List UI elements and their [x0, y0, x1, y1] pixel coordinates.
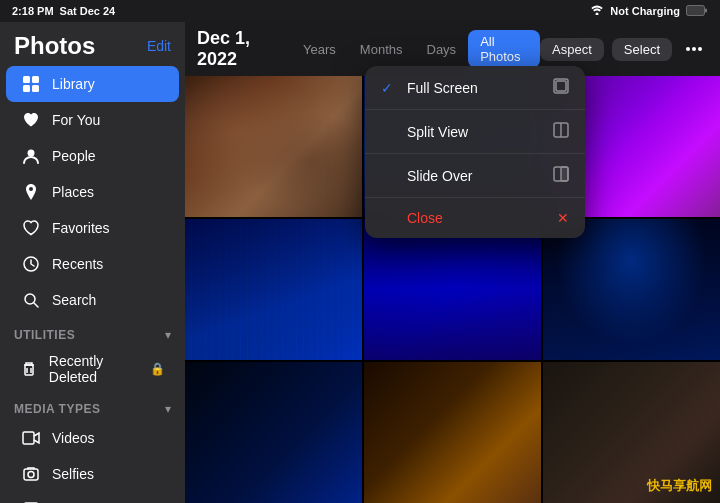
svg-point-9	[29, 187, 33, 191]
dropdown-item-split-view[interactable]: ✓ Split View	[365, 110, 585, 154]
recently-deleted-icon	[20, 358, 39, 380]
svg-point-24	[692, 47, 696, 51]
svg-rect-27	[556, 81, 566, 91]
top-bar-actions: Aspect Select	[540, 35, 708, 63]
svg-rect-3	[705, 8, 707, 12]
sidebar-item-videos-label: Videos	[52, 430, 95, 446]
svg-rect-6	[23, 85, 30, 92]
photo-cell-8[interactable]	[364, 362, 541, 503]
svg-rect-31	[561, 167, 568, 181]
sidebar-item-library[interactable]: Library	[6, 66, 179, 102]
tab-all-photos[interactable]: All Photos	[468, 30, 540, 68]
sidebar-item-for-you-label: For You	[52, 112, 100, 128]
status-right: Not Charging	[590, 5, 708, 18]
media-types-chevron-icon[interactable]: ▾	[165, 402, 171, 416]
svg-point-18	[28, 472, 34, 478]
svg-point-23	[686, 47, 690, 51]
close-x-icon: ✕	[557, 210, 569, 226]
svg-rect-2	[687, 6, 704, 15]
sidebar-item-selfies[interactable]: Selfies	[6, 456, 179, 492]
sidebar-item-search-label: Search	[52, 292, 96, 308]
media-types-section-label: Media Types	[14, 402, 100, 416]
sidebar: Photos Edit Library For You	[0, 22, 185, 503]
photo-cell-1[interactable]	[185, 76, 362, 217]
svg-line-12	[34, 303, 38, 307]
sidebar-item-favorites-label: Favorites	[52, 220, 110, 236]
for-you-icon	[20, 109, 42, 131]
sidebar-item-recently-deleted-label: Recently Deleted	[49, 353, 140, 385]
svg-rect-4	[23, 76, 30, 83]
sidebar-item-recents-label: Recents	[52, 256, 103, 272]
tab-months[interactable]: Months	[348, 38, 415, 61]
svg-point-0	[596, 13, 599, 16]
sidebar-item-selfies-label: Selfies	[52, 466, 94, 482]
split-view-icon	[553, 122, 569, 141]
media-types-section-header: Media Types ▾	[0, 392, 185, 420]
dropdown-split-view-label: Split View	[407, 124, 468, 140]
videos-icon	[20, 427, 42, 449]
dropdown-menu: ✓ Full Screen ✓ Split View	[365, 66, 585, 238]
select-button[interactable]: Select	[612, 38, 672, 61]
tab-days[interactable]: Days	[415, 38, 469, 61]
utilities-section-header: Utilities ▾	[0, 318, 185, 346]
sidebar-edit-button[interactable]: Edit	[147, 38, 171, 54]
svg-rect-7	[32, 85, 39, 92]
status-date: Sat Dec 24	[60, 5, 116, 17]
sidebar-item-recents[interactable]: Recents	[6, 246, 179, 282]
photo-cell-9[interactable]	[543, 362, 720, 503]
dropdown-slide-over-label: Slide Over	[407, 168, 472, 184]
photo-cell-5[interactable]	[364, 219, 541, 360]
sidebar-item-people[interactable]: People	[6, 138, 179, 174]
battery-icon	[686, 5, 708, 18]
sidebar-title: Photos	[14, 32, 95, 60]
full-screen-checkmark: ✓	[381, 80, 397, 96]
dropdown-full-screen-label: Full Screen	[407, 80, 478, 96]
recents-icon	[20, 253, 42, 275]
status-left: 2:18 PM Sat Dec 24	[12, 5, 115, 17]
main-layout: Photos Edit Library For You	[0, 22, 720, 503]
aspect-button[interactable]: Aspect	[540, 38, 604, 61]
svg-rect-17	[24, 469, 38, 480]
svg-point-8	[28, 150, 35, 157]
photo-cell-7[interactable]	[185, 362, 362, 503]
wifi-icon	[590, 5, 604, 17]
utilities-section-label: Utilities	[14, 328, 75, 342]
status-time: 2:18 PM	[12, 5, 54, 17]
utilities-chevron-icon[interactable]: ▾	[165, 328, 171, 342]
more-button[interactable]	[680, 35, 708, 63]
sidebar-item-places-label: Places	[52, 184, 94, 200]
full-screen-icon	[553, 78, 569, 97]
svg-point-25	[698, 47, 702, 51]
sidebar-item-portrait[interactable]: Portrait	[6, 492, 179, 503]
split-view-checkmark: ✓	[381, 124, 397, 140]
sidebar-item-library-label: Library	[52, 76, 95, 92]
photo-cell-4[interactable]	[185, 219, 362, 360]
slide-over-checkmark: ✓	[381, 168, 397, 184]
svg-rect-13	[25, 365, 33, 375]
dropdown-close-label: Close	[407, 210, 443, 226]
portrait-icon	[20, 499, 42, 503]
dropdown-item-full-screen[interactable]: ✓ Full Screen	[365, 66, 585, 110]
sidebar-item-for-you[interactable]: For You	[6, 102, 179, 138]
sidebar-item-search[interactable]: Search	[6, 282, 179, 318]
sidebar-item-favorites[interactable]: Favorites	[6, 210, 179, 246]
sidebar-item-videos[interactable]: Videos	[6, 420, 179, 456]
svg-rect-16	[23, 432, 34, 444]
close-checkmark: ✓	[381, 210, 397, 226]
battery-status: Not Charging	[610, 5, 680, 17]
slide-over-icon	[553, 166, 569, 185]
sidebar-item-places[interactable]: Places	[6, 174, 179, 210]
sidebar-item-people-label: People	[52, 148, 96, 164]
dropdown-item-slide-over[interactable]: ✓ Slide Over	[365, 154, 585, 198]
search-icon	[20, 289, 42, 311]
tab-years[interactable]: Years	[291, 38, 348, 61]
sidebar-item-recently-deleted[interactable]: Recently Deleted 🔒	[6, 346, 179, 392]
places-icon	[20, 181, 42, 203]
favorites-icon	[20, 217, 42, 239]
dropdown-item-close[interactable]: ✓ Close ✕	[365, 198, 585, 238]
selfies-icon	[20, 463, 42, 485]
view-tabs: Years Months Days All Photos	[291, 30, 540, 68]
sidebar-header: Photos Edit	[0, 22, 185, 66]
library-icon	[20, 73, 42, 95]
photo-cell-6[interactable]	[543, 219, 720, 360]
